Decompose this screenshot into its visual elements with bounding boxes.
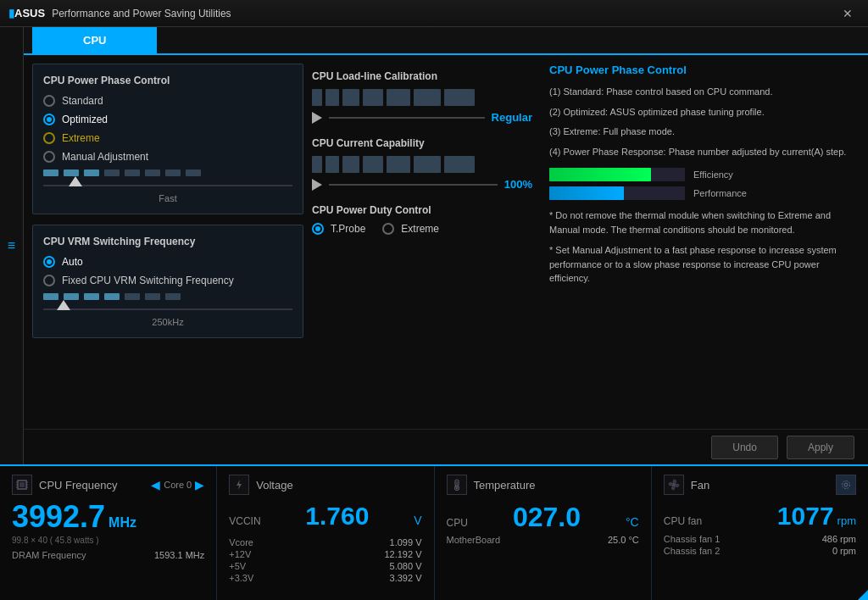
radio-fixed-vrm-label: Fixed CPU VRM Switching Frequency [62, 275, 234, 286]
radio-extreme-circle [43, 132, 55, 144]
cpu-power-phase-title: CPU Power Phase Control [43, 75, 292, 86]
vcore-label: Vcore [229, 537, 253, 547]
current-capability-title: CPU Current Capability [312, 137, 532, 149]
radio-tprobe[interactable]: T.Probe [312, 223, 365, 235]
cpu-freq-title: CPU Frequency [39, 479, 144, 492]
capability-value: 100% [504, 178, 532, 191]
close-button[interactable]: ✕ [836, 5, 860, 22]
undo-button[interactable]: Undo [711, 436, 778, 459]
note-2: * Set Manual Adjustment to a fast phase … [549, 243, 851, 286]
radio-auto[interactable]: Auto [43, 256, 292, 268]
vcore-row: Vcore 1.099 V [229, 537, 421, 547]
dram-freq-value: 1593.1 MHz [154, 550, 204, 560]
svg-point-14 [844, 483, 848, 486]
core-prev-button[interactable]: ◀ [151, 478, 160, 492]
performance-bar-fill [549, 186, 624, 200]
v33-value: 3.392 V [390, 573, 422, 583]
tab-cpu[interactable]: CPU [32, 27, 157, 53]
menu-icon: ≡ [8, 238, 15, 253]
voltage-section: Voltage VCCIN 1.760 V Vcore 1.099 V +12V… [217, 466, 434, 600]
radio-fixed-vrm-circle [43, 275, 55, 286]
chassis2-label: Chassis fan 2 [664, 546, 721, 556]
radio-extreme-label: Extreme [62, 132, 100, 144]
content-panels: CPU Power Phase Control Standard Optimiz… [24, 55, 868, 429]
cpu-freq-sub: 99.8 × 40 ( 45.8 watts ) [12, 536, 204, 545]
load-calibration-slider[interactable]: Regular [312, 111, 532, 124]
v33-label: +3.3V [229, 573, 253, 583]
fan-icon [664, 475, 684, 495]
vrm-slider-label: 250kHz [43, 317, 292, 327]
radio-manual[interactable]: Manual Adjustment [43, 151, 292, 163]
chassis1-label: Chassis fan 1 [664, 534, 721, 544]
calibration-line [329, 117, 485, 119]
sidebar-arrow[interactable]: ≡ [0, 27, 24, 464]
vccin-row: VCCIN 1.760 V [229, 502, 421, 531]
legend-performance: Performance [549, 186, 851, 200]
efficiency-bar-fill [549, 168, 651, 181]
chassis1-row: Chassis fan 1 486 rpm [664, 534, 856, 544]
info-line-3: (3) Extreme: Full phase mode. [549, 125, 851, 140]
capability-arrow [312, 179, 322, 191]
action-bar: Undo Apply [24, 429, 868, 464]
cpu-freq-header: CPU Frequency ◀ Core 0 ▶ [12, 475, 204, 495]
core-next-button[interactable]: ▶ [195, 478, 204, 492]
voltage-header: Voltage [229, 475, 421, 495]
v5-label: +5V [229, 561, 246, 571]
vrm-slider[interactable]: 250kHz [43, 293, 292, 327]
core-label: Core 0 [164, 480, 192, 490]
v5-value: 5.080 V [390, 561, 422, 571]
info-line-4: (4) Power Phase Response: Phase number a… [549, 145, 851, 160]
performance-label: Performance [693, 188, 747, 198]
efficiency-label: Efficiency [693, 169, 733, 180]
left-panel: CPU Power Phase Control Standard Optimiz… [32, 64, 303, 420]
vrm-switching-title: CPU VRM Switching Frequency [43, 236, 292, 247]
info-line-2: (2) Optimized: ASUS optimized phase tuni… [549, 105, 851, 120]
phase-slider[interactable]: Fast [43, 169, 292, 203]
status-bar: CPU Frequency ◀ Core 0 ▶ 3992.7 MHz 99.8… [0, 464, 868, 600]
asus-logo: ▮ASUS [8, 7, 45, 19]
content-wrapper: CPU CPU Power Phase Control Standard Opt… [24, 27, 868, 464]
power-duty-section: CPU Power Duty Control T.Probe Extreme [312, 204, 532, 242]
chassis1-value: 486 rpm [822, 534, 856, 544]
vrm-slider-thumb [57, 300, 70, 310]
fan-section: Fan CPU fan 1077 rpm Chassis fan 1 486 r… [652, 466, 868, 600]
radio-extreme-duty[interactable]: Extreme [382, 223, 439, 235]
radio-fixed-vrm[interactable]: Fixed CPU VRM Switching Frequency [43, 275, 292, 286]
fan-header: Fan [664, 475, 856, 495]
apply-button[interactable]: Apply [787, 436, 854, 459]
vrm-slider-steps [43, 293, 292, 300]
vccin-label: VCCIN [229, 515, 260, 527]
legend-bars: Efficiency Performance [549, 168, 851, 200]
cpu-freq-section: CPU Frequency ◀ Core 0 ▶ 3992.7 MHz 99.8… [0, 466, 217, 600]
radio-standard-circle [43, 95, 55, 107]
dram-freq-label: DRAM Frequency [12, 550, 86, 560]
chassis2-value: 0 rpm [832, 546, 856, 556]
radio-manual-circle [43, 151, 55, 163]
mb-temp-label: MotherBoard [447, 535, 501, 545]
phase-slider-steps [43, 169, 292, 176]
tabs-bar: CPU [24, 27, 868, 55]
calibration-steps [312, 89, 532, 106]
app-title: Performance and Power Saving Utilities [52, 8, 836, 19]
vrm-switching-box: CPU VRM Switching Frequency Auto Fixed C… [32, 225, 303, 338]
voltage-title: Voltage [256, 479, 421, 492]
current-capability-slider[interactable]: 100% [312, 178, 532, 191]
main-area: ≡ CPU CPU Power Phase Control Standard [0, 27, 868, 464]
cpu-fan-unit: rpm [837, 514, 856, 527]
svg-rect-10 [456, 481, 458, 486]
vccin-value: 1.760 [305, 502, 369, 531]
radio-tprobe-circle [312, 223, 324, 235]
radio-extreme[interactable]: Extreme [43, 132, 292, 144]
cpu-fan-value: 1077 [777, 502, 834, 531]
svg-marker-8 [236, 480, 242, 490]
radio-optimized-circle [43, 114, 55, 125]
radio-standard[interactable]: Standard [43, 95, 292, 107]
gear-button[interactable] [836, 475, 856, 495]
capability-line [329, 184, 498, 186]
v33-row: +3.3V 3.392 V [229, 573, 421, 583]
radio-tprobe-label: T.Probe [331, 223, 365, 235]
load-calibration-section: CPU Load-line Calibration Regular [312, 70, 532, 124]
radio-optimized[interactable]: Optimized [43, 114, 292, 125]
power-duty-title: CPU Power Duty Control [312, 204, 532, 216]
calibration-arrow [312, 112, 322, 124]
